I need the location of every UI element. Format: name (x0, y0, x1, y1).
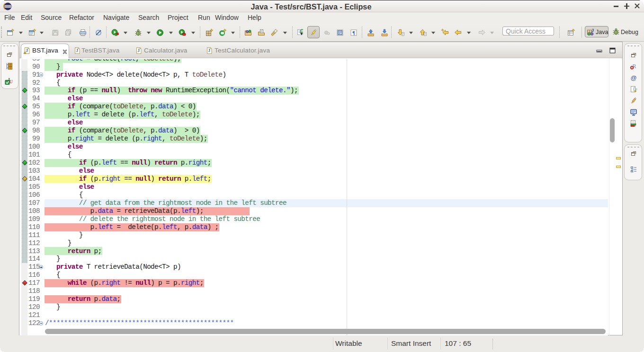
svg-text:@: @ (630, 74, 636, 81)
svg-text:¶: ¶ (352, 30, 355, 35)
svg-text:J: J (208, 48, 210, 53)
svg-text:J: J (26, 48, 28, 53)
svg-text:J: J (137, 48, 140, 53)
svg-text:J: J (76, 48, 78, 53)
svg-text:J: J (591, 28, 594, 33)
